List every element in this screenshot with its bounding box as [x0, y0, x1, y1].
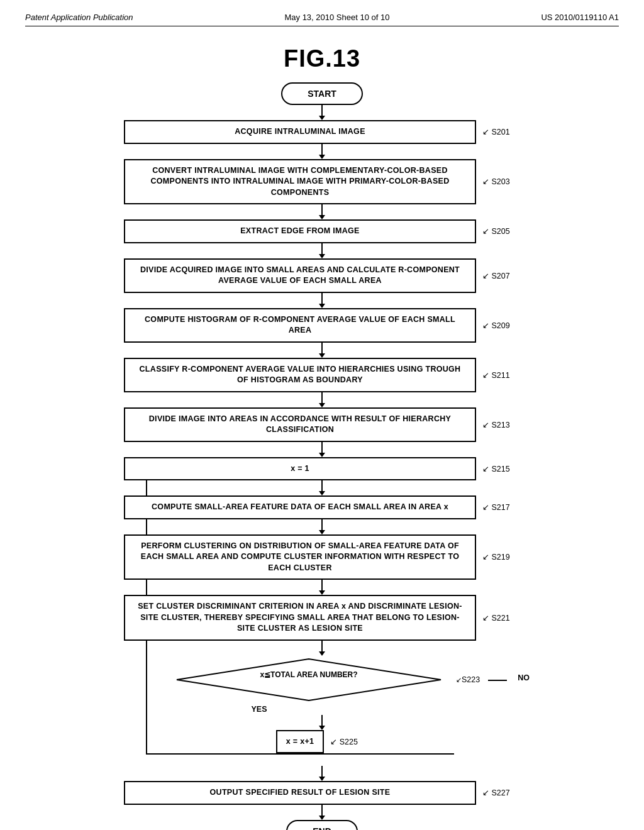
s211-row: CLASSIFY R-COMPONENT AVERAGE VALUE INTO … [102, 358, 542, 392]
s217-label: ↙ S217 [482, 502, 520, 512]
arrow-11 [321, 580, 323, 591]
s201-row: ACQUIRE INTRALUMINAL IMAGE ↙ S201 [102, 120, 542, 144]
no-label: NO [518, 673, 530, 682]
end-row: END [102, 820, 542, 831]
arrow-2 [321, 144, 323, 155]
s203-box: CONVERT INTRALUMINAL IMAGE WITH COMPLEME… [124, 159, 476, 205]
arrow-4 [321, 243, 323, 255]
s225-label: ↙ S225 [330, 737, 368, 746]
header-date-sheet: May 13, 2010 Sheet 10 of 10 [284, 13, 389, 22]
s215-box: x = 1 [124, 457, 476, 481]
s225-row: x = x+1 ↙ S225 [276, 730, 369, 754]
arrow-3 [321, 204, 323, 216]
s215-label: ↙ S215 [482, 464, 520, 473]
s221-row: SET CLUSTER DISCRIMINANT CRITERION IN AR… [102, 595, 542, 641]
s223-step-area: ↙S223 [456, 675, 480, 684]
page: Patent Application Publication May 13, 2… [0, 0, 644, 830]
flowchart: START ACQUIRE INTRALUMINAL IMAGE ↙ S201 … [102, 82, 542, 830]
svg-marker-0 [177, 659, 441, 700]
s219-box: PERFORM CLUSTERING ON DISTRIBUTION OF SM… [124, 534, 476, 580]
s205-row: EXTRACT EDGE FROM IMAGE ↙ S205 [102, 219, 542, 243]
s203-row: CONVERT INTRALUMINAL IMAGE WITH COMPLEME… [102, 159, 542, 205]
s211-label: ↙ S211 [482, 370, 520, 380]
arrow-5 [321, 293, 323, 304]
s209-row: COMPUTE HISTOGRAM OF R-COMPONENT AVERAGE… [102, 308, 542, 343]
s213-box: DIVIDE IMAGE INTO AREAS IN ACCORDANCE WI… [124, 407, 476, 442]
arrow-9 [321, 480, 323, 492]
s205-box: EXTRACT EDGE FROM IMAGE [124, 219, 476, 243]
arrow-1 [321, 105, 323, 116]
s201-box: ACQUIRE INTRALUMINAL IMAGE [124, 120, 476, 144]
fig-title: FIG.13 [284, 45, 360, 72]
s215-row: x = 1 ↙ S215 [102, 457, 542, 481]
header-publication: Patent Application Publication [25, 13, 133, 22]
s201-label: ↙ S201 [482, 127, 520, 136]
s221-label: ↙ S221 [482, 613, 520, 622]
diagram-container: FIG.13 START ACQUIRE INTRALUMINAL IMAGE … [25, 39, 619, 830]
s207-box: DIVIDE ACQUIRED IMAGE INTO SMALL AREAS A… [124, 258, 476, 293]
arrow-13 [321, 715, 323, 726]
yes-label: YES [251, 705, 267, 714]
arrow-6 [321, 343, 323, 354]
s219-row: PERFORM CLUSTERING ON DISTRIBUTION OF SM… [102, 534, 542, 580]
arrow-7 [321, 392, 323, 404]
start-box: START [281, 82, 363, 105]
yes-arrow-group: x = x+1 ↙ S225 [276, 715, 369, 754]
s213-label: ↙ S213 [482, 420, 520, 429]
start-row: START [102, 82, 542, 105]
s227-label: ↙ S227 [482, 788, 520, 797]
s209-label: ↙ S209 [482, 321, 520, 330]
s227-row: OUTPUT SPECIFIED RESULT OF LESION SITE ↙… [102, 781, 542, 805]
no-arrow-h [488, 680, 507, 681]
s225-box: x = x+1 [276, 730, 325, 754]
arrow-12 [321, 641, 323, 652]
end-box: END [286, 820, 358, 831]
s207-label: ↙ S207 [482, 271, 520, 280]
s207-row: DIVIDE ACQUIRED IMAGE INTO SMALL AREAS A… [102, 258, 542, 293]
s217-box: COMPUTE SMALL-AREA FEATURE DATA OF EACH … [124, 495, 476, 519]
header-patent-number: US 2010/0119110 A1 [541, 13, 619, 22]
s213-row: DIVIDE IMAGE INTO AREAS IN ACCORDANCE WI… [102, 407, 542, 442]
s203-label: ↙ S203 [482, 177, 520, 186]
s211-box: CLASSIFY R-COMPONENT AVERAGE VALUE INTO … [124, 358, 476, 392]
arrow-10 [321, 519, 323, 531]
s219-label: ↙ S219 [482, 552, 520, 562]
arrow-8 [321, 442, 323, 453]
s205-label: ↙ S205 [482, 226, 520, 236]
s221-box: SET CLUSTER DISCRIMINANT CRITERION IN AR… [124, 595, 476, 641]
s223-diamond-row: x≦TOTAL AREA NUMBER? ↙S223 NO [102, 656, 542, 704]
s209-box: COMPUTE HISTOGRAM OF R-COMPONENT AVERAGE… [124, 308, 476, 343]
arrow-15 [321, 805, 323, 816]
yes-path: YES [251, 705, 267, 715]
loop-bottom-bar [146, 753, 454, 755]
arrow-14 [321, 766, 323, 777]
s223-diamond-svg: x≦TOTAL AREA NUMBER? [164, 656, 453, 704]
page-header: Patent Application Publication May 13, 2… [25, 13, 619, 26]
svg-text:x≦TOTAL AREA NUMBER?: x≦TOTAL AREA NUMBER? [260, 670, 357, 679]
s227-box: OUTPUT SPECIFIED RESULT OF LESION SITE [124, 781, 476, 805]
s217-row: COMPUTE SMALL-AREA FEATURE DATA OF EACH … [102, 495, 542, 519]
